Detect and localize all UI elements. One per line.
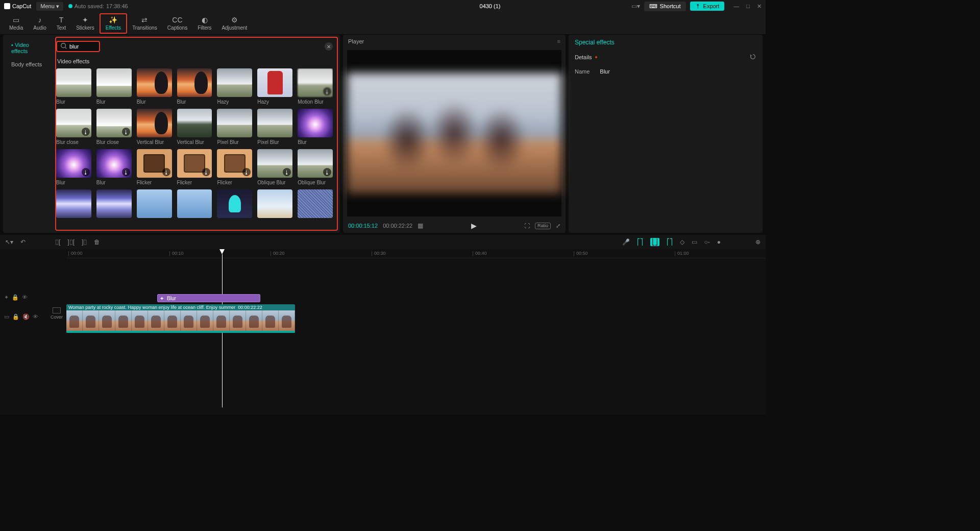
effect-item[interactable]: Vertical Blur [137, 109, 172, 145]
mute-icon[interactable]: 🔇 [22, 313, 30, 320]
download-icon[interactable]: ⭳ [82, 168, 90, 176]
effect-item[interactable]: Pixel Blur [217, 109, 252, 145]
download-icon[interactable]: ⭳ [283, 168, 291, 176]
text-icon: T [59, 16, 64, 24]
effect-item[interactable]: Blur [56, 68, 91, 105]
effect-thumbnail [257, 109, 292, 137]
split-right-icon[interactable]: ]⌷ [82, 238, 87, 246]
effect-item[interactable] [177, 189, 212, 220]
effect-item[interactable]: ⭳Flicker [177, 149, 212, 185]
effect-item[interactable] [56, 189, 91, 220]
download-icon[interactable]: ⭳ [323, 87, 331, 95]
tab-captions[interactable]: CCCaptions [162, 13, 192, 34]
tab-text[interactable]: TText [52, 13, 71, 34]
list-icon[interactable]: ▦ [418, 222, 423, 229]
effect-item[interactable]: Hazy [257, 68, 292, 105]
magnet-right-icon[interactable]: ⎡⎤ [667, 238, 673, 246]
undo-icon[interactable]: ↶ [20, 238, 26, 246]
effect-item[interactable]: Pixel Blur [257, 109, 292, 145]
player-viewport[interactable] [347, 50, 561, 216]
effect-item[interactable]: Blur [177, 68, 212, 105]
mic-icon[interactable]: 🎤 [622, 238, 630, 246]
effect-label: Pixel Blur [217, 139, 252, 145]
maximize-icon[interactable]: □ [746, 3, 750, 10]
effect-item[interactable]: ⭳Motion Blur [298, 68, 333, 105]
layout-icon[interactable]: ▭▾ [631, 3, 640, 10]
zoom-slider-icon[interactable]: ● [717, 238, 721, 246]
effect-item[interactable] [217, 189, 252, 220]
cover-button[interactable]: Cover [49, 307, 64, 320]
download-icon[interactable]: ⭳ [323, 168, 331, 176]
tab-filters[interactable]: ◐Filters [192, 13, 216, 34]
split-icon[interactable]: ]⌷[ [67, 238, 75, 246]
search-input[interactable] [69, 43, 95, 50]
timeline[interactable]: ｜00:00｜00:10｜00:20｜00:30｜00:40｜00:50｜01:… [0, 249, 766, 415]
player-menu-icon[interactable]: ≡ [557, 38, 560, 44]
preview-icon[interactable]: ▭ [692, 238, 697, 246]
magnet-icon[interactable]: ⎣⎦ [650, 238, 659, 246]
download-icon[interactable]: ⭳ [202, 168, 210, 176]
effect-item[interactable] [298, 189, 333, 220]
effect-item[interactable]: ⭳Oblique Blur [298, 149, 333, 185]
tab-stickers[interactable]: ✦Stickers [71, 13, 100, 34]
split-left-icon[interactable]: ⌷[ [55, 238, 60, 246]
download-icon[interactable]: ⭳ [122, 168, 130, 176]
effect-item[interactable]: ⭳Flicker [217, 149, 252, 185]
video-clip[interactable]: Woman party at rocky coast. Happy woman … [66, 304, 295, 333]
link-icon[interactable]: ◇ [680, 238, 684, 246]
effect-track-icon[interactable]: ✦ [4, 294, 9, 301]
effect-item[interactable] [96, 189, 132, 220]
sidebar-item-body-effects[interactable]: Body effects [6, 58, 50, 70]
effect-item[interactable]: Hazy [217, 68, 252, 105]
effect-item[interactable] [137, 189, 172, 220]
effect-thumbnail [177, 68, 212, 97]
effect-item[interactable]: Blur [96, 68, 132, 105]
tab-media[interactable]: ▭Media [4, 13, 28, 34]
lock-icon[interactable]: 🔒 [12, 294, 19, 301]
effect-item[interactable]: Blur [137, 68, 172, 105]
effect-item[interactable]: ⭳Blur close [56, 109, 91, 145]
effect-item[interactable]: ⭳Blur [96, 149, 132, 185]
effect-item[interactable]: ⭳Blur [56, 149, 91, 185]
effect-item[interactable]: ⭳Blur close [96, 109, 132, 145]
eye-icon[interactable]: 👁 [22, 294, 28, 301]
sidebar-item-video-effects[interactable]: Video effects [6, 39, 50, 57]
download-icon[interactable]: ⭳ [82, 128, 90, 136]
close-icon[interactable]: ✕ [757, 3, 762, 10]
minimize-icon[interactable]: — [733, 3, 739, 10]
tab-effects[interactable]: ✨Effects [100, 13, 127, 34]
zoom-fit-icon[interactable]: ⊕ [755, 238, 761, 246]
tab-audio[interactable]: ♪Audio [28, 13, 52, 34]
zoom-out-icon[interactable]: ○- [704, 238, 710, 246]
tab-transitions[interactable]: ⇄Transitions [127, 13, 162, 34]
search-input-wrap[interactable] [56, 41, 100, 52]
eye-icon[interactable]: 👁 [33, 313, 38, 320]
current-time: 00:00:15:12 [348, 223, 378, 229]
effect-clip[interactable]: ✦ Blur [157, 294, 260, 302]
cursor-tool-icon[interactable]: ↖▾ [5, 238, 13, 246]
download-icon[interactable]: ⭳ [242, 168, 251, 176]
play-button[interactable]: ▶ [471, 222, 477, 230]
effect-thumbnail [177, 189, 212, 218]
menu-button[interactable]: Menu ▾ [36, 2, 63, 11]
scan-icon[interactable]: ⛶ [524, 223, 530, 229]
delete-icon[interactable]: 🗑 [94, 238, 100, 246]
ratio-button[interactable]: Ratio [535, 223, 551, 229]
reset-button[interactable] [749, 53, 756, 61]
fullscreen-icon[interactable]: ⤢ [556, 223, 560, 229]
download-icon[interactable]: ⭳ [162, 168, 170, 176]
download-icon[interactable]: ⭳ [122, 128, 130, 136]
shortcut-button[interactable]: ⌨ Shortcut [644, 2, 686, 11]
video-track-icon[interactable]: ▭ [4, 313, 9, 320]
magnet-left-icon[interactable]: ⎡⎤ [637, 238, 643, 246]
effect-item[interactable] [257, 189, 292, 220]
effect-item[interactable]: Blur [298, 109, 333, 145]
search-clear-button[interactable]: ✕ [325, 42, 333, 51]
tab-adjustment[interactable]: ⚙Adjustment [216, 13, 252, 34]
lock-icon[interactable]: 🔒 [12, 313, 19, 320]
effect-item[interactable]: Vertical Blur [177, 109, 212, 145]
effect-item[interactable]: ⭳Flicker [137, 149, 172, 185]
effect-item[interactable]: ⭳Oblique Blur [257, 149, 292, 185]
export-button[interactable]: ⭱ Export [690, 2, 725, 11]
timeline-ruler[interactable]: ｜00:00｜00:10｜00:20｜00:30｜00:40｜00:50｜01:… [66, 249, 766, 258]
